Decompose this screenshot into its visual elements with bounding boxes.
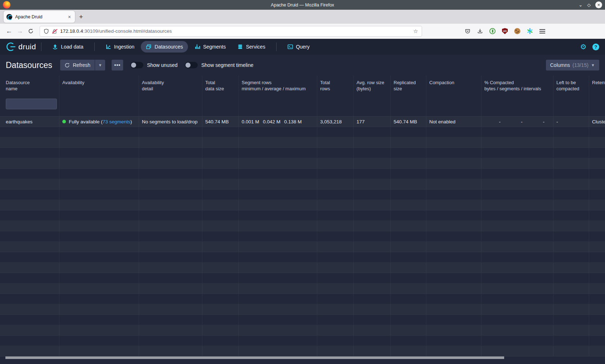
table-row-empty bbox=[0, 190, 605, 200]
cell-total-data-size: 540.74 MB bbox=[202, 117, 239, 127]
tab-close-icon[interactable]: × bbox=[67, 14, 72, 20]
column-header-replicated-size[interactable]: Replicatedsize bbox=[391, 76, 426, 96]
refresh-button[interactable]: Refresh bbox=[60, 60, 95, 70]
filter-cell bbox=[354, 96, 391, 116]
cell-left-to-be-compacted: - bbox=[554, 117, 589, 127]
cell-availability-detail: No segments to load/drop bbox=[139, 117, 202, 127]
cell-compaction: Not enabled bbox=[426, 117, 481, 127]
column-header-datasource-name[interactable]: Datasourcename bbox=[0, 76, 59, 96]
close-window-button[interactable]: × bbox=[595, 1, 602, 8]
reload-button[interactable] bbox=[25, 26, 36, 37]
table-filter-row bbox=[0, 96, 605, 117]
column-header-total-rows[interactable]: Totalrows bbox=[317, 76, 354, 96]
datasource-filter-input[interactable] bbox=[6, 99, 57, 109]
nav-item-query[interactable]: Query bbox=[282, 41, 315, 53]
back-button[interactable]: ← bbox=[4, 26, 14, 37]
window-controls: ⌄ ◇ × bbox=[579, 0, 602, 10]
url-bar[interactable]: 172.18.0.4:30109/unified-console.html#da… bbox=[40, 26, 422, 37]
cell-replicated-size: 540.74 MB bbox=[391, 117, 426, 127]
filter-cell bbox=[589, 96, 605, 116]
show-segment-timeline-toggle[interactable] bbox=[185, 62, 198, 68]
maximize-icon[interactable]: ◇ bbox=[587, 3, 591, 8]
query-icon bbox=[287, 44, 293, 50]
forward-button[interactable]: → bbox=[14, 26, 25, 37]
table-row-empty bbox=[0, 169, 605, 179]
cell-datasource-name: earthquakes bbox=[0, 117, 59, 127]
hamburger-menu-icon[interactable] bbox=[539, 29, 545, 33]
new-tab-button[interactable]: + bbox=[75, 11, 87, 23]
nav-item-segments[interactable]: Segments bbox=[189, 41, 231, 53]
extension-privacy-badger-icon[interactable] bbox=[489, 28, 496, 34]
gear-icon[interactable]: ⚙ bbox=[580, 42, 587, 51]
table-row-empty bbox=[0, 148, 605, 158]
table-row-empty bbox=[0, 231, 605, 242]
filter-cell bbox=[426, 96, 481, 116]
horizontal-scrollbar[interactable] bbox=[5, 356, 504, 359]
more-actions-button[interactable]: ••• bbox=[112, 60, 123, 70]
pct-compacted-bytes: - bbox=[484, 119, 506, 124]
nav-divider bbox=[276, 42, 277, 51]
services-icon bbox=[237, 44, 243, 50]
url-path: :30109/unified-console.html#datasources bbox=[83, 28, 172, 34]
column-header-segment-rows[interactable]: Segment rowsminimum / average / maximum bbox=[239, 76, 317, 96]
bookmark-star-icon[interactable]: ☆ bbox=[413, 28, 418, 35]
url-host: 172.18.0.4 bbox=[60, 28, 83, 34]
columns-count: (13/15) bbox=[573, 62, 588, 68]
datasources-icon bbox=[146, 44, 152, 50]
insecure-lock-icon[interactable] bbox=[52, 28, 57, 34]
druid-logo-icon bbox=[6, 42, 16, 52]
show-unused-label: Show unused bbox=[147, 62, 178, 68]
table-row-empty bbox=[0, 346, 605, 356]
nav-item-label: Services bbox=[246, 44, 265, 50]
help-icon[interactable]: ? bbox=[592, 44, 599, 50]
column-header-availability-detail[interactable]: Availabilitydetail bbox=[139, 76, 202, 96]
filter-cell bbox=[554, 96, 589, 116]
nav-item-label: Load data bbox=[61, 44, 83, 50]
column-header-pct-compacted[interactable]: % Compactedbytes / segments / intervals bbox=[481, 76, 554, 96]
column-header-avg-row-size[interactable]: Avg. row size(bytes) bbox=[354, 76, 391, 96]
tab-title: Apache Druid bbox=[15, 14, 67, 19]
refresh-icon bbox=[64, 63, 70, 68]
segments-link[interactable]: 73 segments bbox=[103, 119, 130, 124]
browser-tab[interactable]: Apache Druid × bbox=[4, 11, 75, 23]
columns-button[interactable]: Columns (13/15) ▼ bbox=[546, 60, 600, 70]
column-header-availability[interactable]: Availability bbox=[59, 76, 139, 96]
show-segment-timeline-label: Show segment timeline bbox=[201, 62, 254, 68]
column-header-total-data-size[interactable]: Totaldata size bbox=[202, 76, 239, 96]
load-data-icon bbox=[52, 44, 58, 50]
nav-divider bbox=[94, 42, 95, 51]
segment-rows-min: 0.001 M bbox=[242, 119, 263, 124]
extension-ublock-icon[interactable]: UO bbox=[502, 28, 508, 34]
table-row[interactable]: earthquakes Fully available (73 segments… bbox=[0, 117, 605, 127]
pocket-icon[interactable] bbox=[465, 28, 471, 34]
druid-logo[interactable]: druid bbox=[6, 42, 36, 52]
cell-availability: Fully available (73 segments) bbox=[59, 117, 139, 127]
nav-item-datasources[interactable]: Datasources bbox=[141, 41, 188, 53]
table-row-empty bbox=[0, 137, 605, 148]
table-row-empty bbox=[0, 336, 605, 346]
column-header-left-to-be-compacted[interactable]: Left to becompacted bbox=[554, 76, 589, 96]
column-header-retention[interactable]: Retention bbox=[589, 76, 605, 96]
cell-retention: Cluster default bbox=[589, 117, 605, 127]
druid-favicon-icon bbox=[6, 14, 12, 20]
download-icon[interactable] bbox=[477, 28, 483, 34]
tracking-shield-icon[interactable] bbox=[44, 28, 49, 34]
extension-cookie-icon[interactable] bbox=[514, 28, 520, 34]
nav-item-label: Ingestion bbox=[114, 44, 135, 50]
refresh-dropdown-button[interactable]: ▼ bbox=[95, 60, 105, 70]
toolbar-extensions: UO bbox=[465, 28, 545, 34]
nav-item-load-data[interactable]: Load data bbox=[47, 41, 88, 53]
nav-item-services[interactable]: Services bbox=[232, 41, 270, 53]
reload-icon bbox=[28, 28, 33, 34]
extension-containers-icon[interactable] bbox=[527, 28, 533, 34]
column-header-compaction[interactable]: Compaction bbox=[426, 76, 481, 96]
filter-cell bbox=[391, 96, 426, 116]
chevron-down-icon[interactable]: ⌄ bbox=[579, 3, 583, 7]
show-unused-toggle[interactable] bbox=[130, 62, 143, 68]
nav-item-ingestion[interactable]: Ingestion bbox=[100, 41, 140, 53]
cell-segment-rows: 0.001 M 0.042 M 0.138 M bbox=[239, 117, 317, 127]
tab-strip: Apache Druid × + bbox=[0, 10, 605, 24]
nav-item-label: Query bbox=[296, 44, 310, 50]
table-row-empty bbox=[0, 242, 605, 252]
filter-cell bbox=[0, 96, 59, 116]
